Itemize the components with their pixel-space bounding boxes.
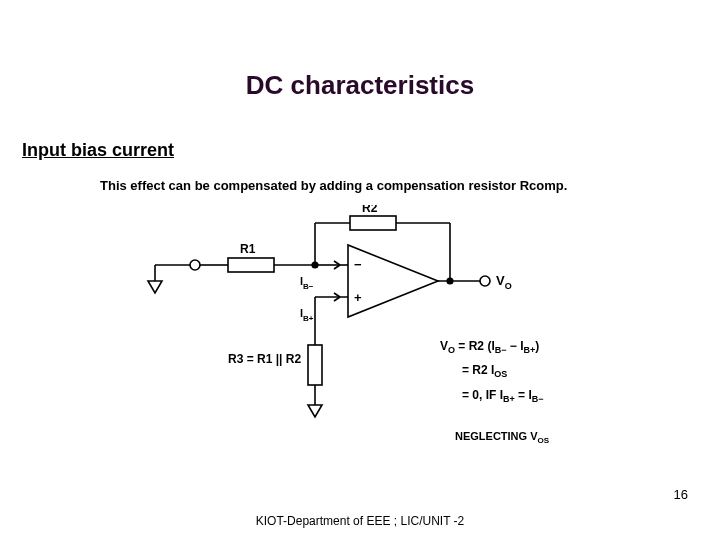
footer-text: KIOT-Department of EEE ; LIC/UNIT -2 (0, 514, 720, 528)
minus-symbol: − (354, 257, 362, 272)
svg-rect-16 (308, 345, 322, 385)
svg-point-2 (190, 260, 200, 270)
plus-symbol: + (354, 290, 362, 305)
svg-rect-9 (350, 216, 396, 230)
slide-title: DC characteristics (0, 70, 720, 101)
equation-2: = R2 IOS (440, 359, 544, 383)
svg-rect-4 (228, 258, 274, 272)
ib-minus-label: IB− (300, 275, 314, 291)
r3-equation: R3 = R1 || R2 (228, 352, 301, 366)
vo-label: VO (496, 273, 512, 291)
page-number: 16 (674, 487, 688, 502)
r1-label: R1 (240, 242, 256, 256)
svg-point-20 (480, 276, 490, 286)
subheading: Input bias current (22, 140, 174, 161)
neglecting-note: NEGLECTING VOS (455, 430, 549, 445)
description-text: This effect can be compensated by adding… (100, 178, 567, 193)
equations-block: VO = R2 (IB− − IB+) = R2 IOS = 0, IF IB+… (440, 335, 544, 408)
r2-label: R2 (362, 205, 378, 215)
equation-1: VO = R2 (IB− − IB+) (440, 335, 544, 359)
equation-3: = 0, IF IB+ = IB− (440, 384, 544, 408)
ib-plus-label: IB+ (300, 307, 314, 323)
svg-point-19 (447, 278, 453, 284)
